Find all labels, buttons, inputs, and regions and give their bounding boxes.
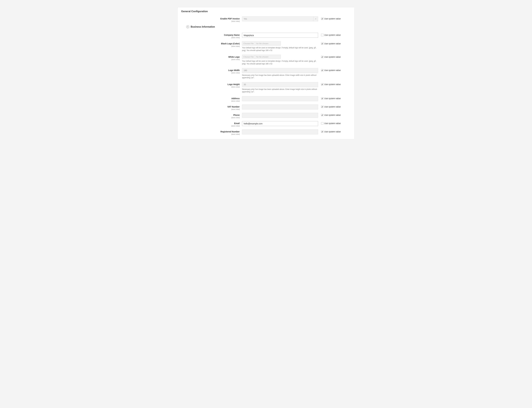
input-address[interactable]	[242, 96, 318, 101]
input-logo-height[interactable]	[242, 82, 318, 87]
checkbox-label: Use system value	[324, 83, 341, 85]
checkbox-use-system-email[interactable]	[321, 122, 323, 125]
input-email[interactable]	[242, 121, 318, 126]
label-phone: Phone	[181, 114, 240, 116]
checkbox-label: Use system value	[324, 42, 341, 45]
select-value: Yes	[242, 17, 318, 21]
label-black-logo: Black Logo (Color)	[181, 42, 240, 45]
scope-label: [store view]	[181, 133, 240, 135]
checkbox-label: Use system value	[324, 122, 341, 125]
checkbox-use-system-address[interactable]	[321, 97, 323, 100]
input-company-name[interactable]	[242, 33, 318, 38]
input-logo-width[interactable]	[242, 68, 318, 73]
label-vat-number: VAT Number	[181, 105, 240, 108]
checkbox-use-system-white-logo[interactable]	[321, 56, 323, 58]
row-black-logo: Black Logo (Color) [store view] Choose F…	[181, 41, 351, 52]
label-white-logo: White Logo	[181, 56, 240, 58]
checkbox-use-system-registered-number[interactable]	[321, 130, 323, 133]
chevron-down-icon	[313, 17, 318, 21]
scope-label: [store view]	[181, 125, 240, 127]
scope-label: [store view]	[181, 20, 240, 22]
scope-label: [store view]	[181, 72, 240, 74]
input-phone[interactable]	[242, 113, 318, 118]
note-logo-height: Necessary only if an image has been uplo…	[242, 88, 318, 93]
scope-label: [store view]	[181, 37, 240, 38]
chevron-up-icon	[186, 25, 189, 28]
section-header-business-information[interactable]: Business Information	[186, 25, 351, 28]
checkbox-use-system-vat-number[interactable]	[321, 106, 323, 108]
note-black-logo: Your default logo will be used on templa…	[242, 47, 318, 52]
scope-label: [store view]	[181, 100, 240, 102]
checkbox-use-system-phone[interactable]	[321, 114, 323, 116]
checkbox-use-system-company-name[interactable]	[321, 34, 323, 36]
row-address: Address [store view] Use system value	[181, 96, 351, 102]
checkbox-use-system-logo-width[interactable]	[321, 69, 323, 71]
row-logo-width: Logo Width [store view] Necessary only i…	[181, 68, 351, 79]
choose-file-button: Choose File	[242, 42, 255, 45]
checkbox-use-system-enable-pdf[interactable]	[321, 17, 323, 20]
row-logo-height: Logo Height [store view] Necessary only …	[181, 82, 351, 93]
choose-file-button: Choose File	[242, 55, 255, 59]
file-input-white-logo[interactable]: Choose File No file chosen	[242, 55, 281, 59]
label-company-name: Company Name	[181, 34, 240, 36]
file-input-black-logo[interactable]: Choose File No file chosen	[242, 41, 281, 45]
label-email: Email	[181, 122, 240, 125]
label-logo-height: Logo Height	[181, 83, 240, 86]
checkbox-label: Use system value	[324, 69, 341, 71]
row-phone: Phone [store view] Use system value	[181, 113, 351, 119]
checkbox-label: Use system value	[324, 56, 341, 58]
checkbox-label: Use system value	[324, 130, 341, 133]
label-address: Address	[181, 97, 240, 100]
row-registered-number: Registered Number [store view] Use syste…	[181, 129, 351, 135]
checkbox-use-system-logo-height[interactable]	[321, 83, 323, 85]
scope-label: [store view]	[181, 108, 240, 110]
label-logo-width: Logo Width	[181, 69, 240, 72]
checkbox-use-system-black-logo[interactable]	[321, 42, 323, 45]
input-registered-number[interactable]	[242, 129, 318, 134]
checkbox-label: Use system value	[324, 97, 341, 100]
checkbox-label: Use system value	[324, 114, 341, 116]
panel-title: General Configuration	[181, 10, 351, 13]
scope-label: [store view]	[181, 117, 240, 119]
note-logo-width: Necessary only if an image has been uplo…	[242, 74, 318, 79]
general-configuration-panel: General Configuration Enable PDF Invoice…	[177, 7, 355, 139]
file-status-text: No file chosen	[255, 55, 270, 59]
checkbox-label: Use system value	[324, 106, 341, 108]
row-vat-number: VAT Number [store view] Use system value	[181, 104, 351, 110]
label-enable-pdf-invoice: Enable PDF Invoice	[181, 17, 240, 20]
file-status-text: No file chosen	[255, 42, 270, 45]
row-enable-pdf-invoice: Enable PDF Invoice [store view] Yes Use …	[181, 17, 351, 22]
input-vat-number[interactable]	[242, 104, 318, 110]
select-enable-pdf-invoice[interactable]: Yes	[242, 17, 318, 21]
note-white-logo: Your default logo will be used on templa…	[242, 60, 318, 65]
scope-label: [store view]	[181, 59, 240, 60]
row-email: Email [store view] Use system value	[181, 121, 351, 127]
scope-label: [store view]	[181, 86, 240, 88]
checkbox-label: Use system value	[324, 34, 341, 36]
scope-label: [store view]	[181, 45, 240, 47]
row-company-name: Company Name [store view] Use system val…	[181, 33, 351, 38]
row-white-logo: White Logo [store view] Choose File No f…	[181, 55, 351, 65]
checkbox-label: Use system value	[324, 17, 341, 20]
section-title: Business Information	[191, 26, 215, 28]
label-registered-number: Registered Number	[181, 130, 240, 133]
